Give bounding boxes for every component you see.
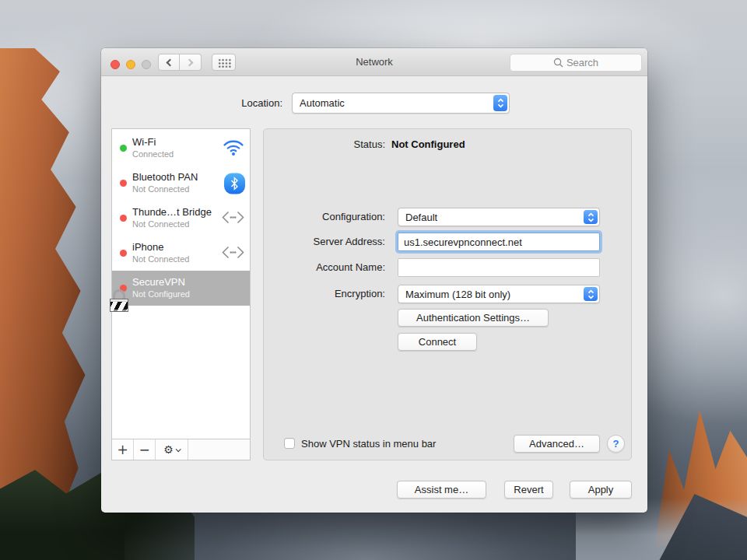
authentication-settings-button[interactable]: Authentication Settings… — [398, 309, 549, 327]
sidebar-item-thunderbolt-bridge[interactable]: Thunde…t Bridge Not Connected — [112, 201, 250, 236]
popup-stepper-icon — [584, 210, 598, 224]
encryption-label: Encryption: — [264, 288, 391, 299]
interface-name: Bluetooth PAN — [132, 170, 198, 184]
actions-menu-button[interactable]: ⚙ — [156, 439, 188, 460]
sidebar-item-bluetooth-pan[interactable]: Bluetooth PAN Not Connected — [112, 166, 250, 201]
status-dot — [120, 215, 127, 222]
status-label: Status: — [264, 138, 391, 150]
show-vpn-status-checkbox[interactable] — [284, 438, 295, 449]
interface-status: Not Connected — [132, 219, 212, 229]
account-name-row: Account Name: — [264, 258, 631, 277]
popup-stepper-icon — [493, 95, 507, 111]
server-address-row: Server Address: — [264, 233, 631, 251]
search-placeholder: Search — [566, 57, 598, 68]
configuration-label: Configuration: — [264, 211, 391, 222]
sidebar-item-iphone[interactable]: iPhone Not Connected — [112, 236, 250, 271]
location-popup[interactable]: Automatic — [292, 93, 510, 114]
interfaces-list: Wi-Fi Connected Bluetooth PAN Not Co — [112, 129, 250, 440]
connect-button[interactable]: Connect — [398, 333, 477, 351]
sidebar-item-wifi[interactable]: Wi-Fi Connected — [112, 131, 250, 166]
location-popup-value: Automatic — [300, 97, 345, 109]
encryption-value: Maximum (128 bit only) — [405, 289, 510, 300]
add-interface-button[interactable]: + — [112, 439, 134, 460]
network-preferences-window: Network Search Location: Automatic — [101, 48, 647, 513]
server-address-label: Server Address: — [264, 236, 391, 247]
search-icon — [553, 58, 563, 68]
help-button[interactable]: ? — [607, 435, 625, 453]
interface-name: SecureVPN — [132, 275, 190, 289]
status-dot — [120, 145, 127, 152]
popup-stepper-icon — [584, 287, 598, 301]
interfaces-sidebar: Wi-Fi Connected Bluetooth PAN Not Co — [111, 128, 251, 460]
sidebar-action-bar: + − ⚙ — [112, 439, 250, 460]
interface-name: iPhone — [132, 240, 189, 254]
search-input[interactable]: Search — [510, 54, 642, 72]
apply-button[interactable]: Apply — [570, 481, 632, 499]
advanced-button[interactable]: Advanced… — [514, 435, 600, 453]
assist-me-button[interactable]: Assist me… — [397, 481, 486, 499]
account-name-input[interactable] — [398, 258, 600, 277]
interface-status: Not Connected — [132, 184, 198, 194]
status-dot — [120, 180, 127, 187]
remove-interface-button[interactable]: − — [134, 439, 156, 460]
chevron-down-icon — [175, 446, 181, 452]
bridge-icon — [221, 245, 245, 261]
configuration-popup[interactable]: Default — [398, 208, 600, 226]
location-label: Location: — [101, 97, 282, 109]
status-dot — [120, 250, 127, 257]
interface-status: Not Connected — [132, 254, 189, 264]
status-row: Status: Not Configured — [264, 138, 631, 150]
configuration-value: Default — [405, 212, 437, 223]
encryption-row: Encryption: Maximum (128 bit only) — [264, 285, 631, 303]
status-value: Not Configured — [391, 138, 465, 150]
show-vpn-status-label: Show VPN status in menu bar — [301, 438, 436, 450]
location-row: Location: Automatic — [101, 93, 647, 114]
interface-name: Thunde…t Bridge — [132, 205, 212, 219]
configuration-row: Configuration: Default — [264, 208, 631, 226]
vpn-settings-panel: Status: Not Configured Configuration: De… — [263, 128, 632, 460]
bluetooth-icon — [224, 173, 245, 194]
sidebar-item-securevpn[interactable]: SecureVPN Not Configured — [112, 271, 250, 306]
interface-status: Connected — [132, 149, 174, 159]
sidebar-bar-filler — [188, 439, 250, 460]
revert-button[interactable]: Revert — [504, 481, 553, 499]
vpn-menubar-row: Show VPN status in menu bar Advanced… ? — [264, 435, 631, 453]
titlebar[interactable]: Network Search — [101, 48, 647, 76]
gear-icon: ⚙ — [163, 443, 174, 456]
wifi-icon — [222, 138, 245, 159]
bridge-icon — [221, 210, 245, 226]
interface-status: Not Configured — [132, 289, 190, 299]
server-address-input[interactable] — [398, 233, 600, 251]
encryption-popup[interactable]: Maximum (128 bit only) — [398, 285, 600, 303]
interface-name: Wi-Fi — [132, 135, 174, 149]
account-name-label: Account Name: — [264, 261, 391, 273]
